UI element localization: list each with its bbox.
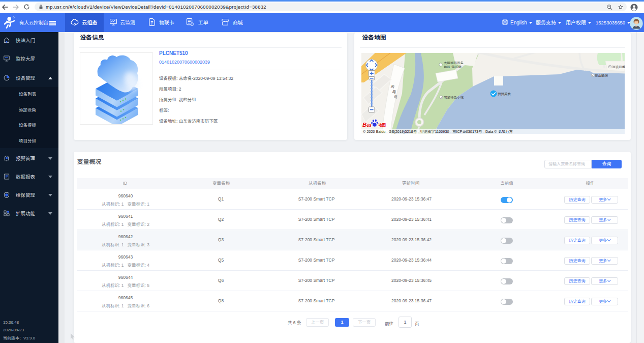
svg-text:Bai: Bai xyxy=(362,122,372,128)
svg-text:地图: 地图 xyxy=(378,122,386,127)
svg-text:沧浪荷香: 沧浪荷香 xyxy=(612,65,625,69)
svg-text:明湖特色小吃: 明湖特色小吃 xyxy=(444,96,464,99)
svg-text:© 2020 Baidu - GS(2019)5218号 -: © 2020 Baidu - GS(2019)5218号 - 甲测资字11009… xyxy=(363,129,513,134)
svg-text:蒙山晚渊: 蒙山晚渊 xyxy=(595,74,608,77)
svg-text:胜区·游乐场: 胜区·游乐场 xyxy=(444,65,462,69)
svg-text:大明湖风景名: 大明湖风景名 xyxy=(444,61,464,65)
svg-text:赞赞美食: 赞赞美食 xyxy=(498,92,511,96)
